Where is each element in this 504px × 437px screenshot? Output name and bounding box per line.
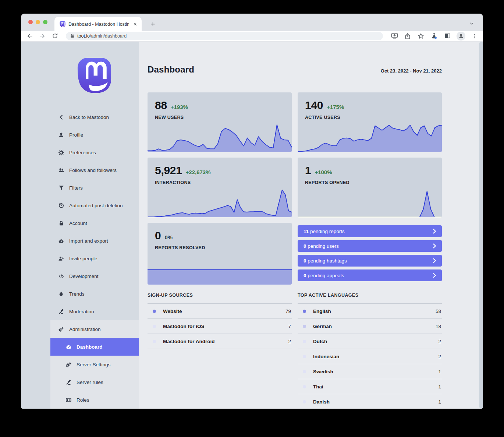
pending-appeals-button[interactable]: 0 pending appeals [298, 269, 442, 281]
pending-reports-button[interactable]: 11 pending reports [298, 225, 442, 237]
close-window-icon[interactable] [28, 20, 33, 24]
sidebar-item-administration[interactable]: Administration [50, 320, 139, 338]
sidebar-item-label: Server rules [77, 380, 103, 385]
sidebar-item-label: Filters [69, 185, 83, 191]
sidebar-item-roles[interactable]: Roles [50, 391, 139, 409]
row-label: Mastodon for Android [163, 339, 288, 344]
legend-dot-icon [153, 310, 156, 313]
sidebar-item-label: Import and export [69, 238, 108, 244]
extension-flask-icon[interactable] [430, 32, 438, 40]
reload-icon[interactable] [51, 32, 58, 40]
stat-value: 1 [305, 164, 311, 177]
dashboard-icon [65, 344, 72, 350]
sidebar-item-follows-and-followers[interactable]: Follows and followers [50, 161, 139, 179]
sidebar-item-development[interactable]: Development [50, 267, 139, 285]
sidebar-item-label: Profile [69, 132, 83, 138]
side-panel-icon[interactable] [443, 32, 451, 40]
signup-sources-table: SIGN-UP SOURCES Website79Mastodon for iO… [148, 293, 292, 409]
table-row: German18 [298, 319, 442, 334]
install-app-icon[interactable] [390, 32, 398, 40]
sidebar-item-invite-people[interactable]: Invite people [50, 250, 139, 267]
stat-card-interactions: 5,921 +22,673% INTERACTIONS [148, 158, 292, 217]
close-tab-icon[interactable] [132, 21, 138, 27]
table-row: Website79 [148, 304, 292, 319]
stat-label: REPORTS OPENED [305, 180, 434, 185]
sidebar-item-label: Back to Mastodon [69, 114, 109, 120]
sidebar-item-automated-post-deletion[interactable]: Automated post deletion [50, 197, 139, 214]
https-lock-icon[interactable] [70, 34, 74, 38]
new-tab-button[interactable] [148, 19, 158, 29]
sidebar-item-account[interactable]: Account [50, 214, 139, 232]
row-label: Indonesian [313, 354, 438, 359]
stat-value: 5,921 [155, 164, 182, 177]
tab-title: Dashboard - Mastodon Hosting [68, 22, 129, 27]
legend-dot-icon [303, 370, 306, 373]
sidebar-item-back-to-mastodon[interactable]: Back to Mastodon [50, 108, 139, 126]
sidebar-item-label: Invite people [69, 256, 97, 261]
sidebar-item-preferences[interactable]: Preferences [50, 144, 139, 161]
browser-toolbar: toot.io/admin/dashboard [21, 31, 483, 42]
table-row: Danish1 [298, 394, 442, 409]
sidebar-item-label: Roles [77, 397, 89, 403]
browser-menu-icon[interactable] [471, 32, 479, 40]
filter-icon [58, 185, 64, 191]
mastodon-logo [77, 57, 112, 94]
sidebar-item-server-rules[interactable]: Server rules [50, 373, 139, 391]
row-value: 1 [438, 384, 441, 390]
gear-icon [58, 150, 64, 155]
sidebar: Back to MastodonProfilePreferencesFollow… [21, 42, 139, 409]
page-scrollbar[interactable] [479, 42, 483, 409]
stat-value: 88 [155, 99, 167, 112]
browser-tab[interactable]: Dashboard - Mastodon Hosting [54, 17, 142, 31]
chevron-left-icon [58, 114, 64, 120]
sidebar-item-label: Dashboard [77, 344, 103, 350]
stat-delta: +22,673% [186, 169, 211, 175]
url-bar[interactable]: toot.io/admin/dashboard [66, 32, 383, 40]
forward-icon[interactable] [39, 32, 46, 40]
row-value: 18 [436, 324, 441, 329]
zoom-window-icon[interactable] [43, 20, 47, 24]
stat-label: REPORTS RESOLVED [155, 245, 284, 250]
share-icon[interactable] [404, 32, 412, 40]
sidebar-item-label: Follows and followers [69, 168, 117, 173]
mastodon-admin-app: Back to MastodonProfilePreferencesFollow… [21, 42, 483, 409]
pending-hashtags-button[interactable]: 0 pending hashtags [298, 255, 442, 267]
sidebar-item-server-settings[interactable]: Server Settings [50, 356, 139, 373]
row-label: Dutch [313, 339, 438, 344]
sidebar-item-import-and-export[interactable]: Import and export [50, 232, 139, 250]
stat-card-active-users: 140 +175% ACTIVE USERS [298, 92, 442, 152]
sidebar-item-label: Automated post deletion [69, 203, 123, 208]
pending-users-button[interactable]: 0 pending users [298, 240, 442, 252]
minimize-window-icon[interactable] [36, 20, 40, 24]
code-icon [58, 274, 64, 279]
row-value: 2 [288, 339, 291, 344]
stat-delta: +100% [315, 169, 332, 175]
row-label: Website [163, 309, 285, 314]
url-text: toot.io/admin/dashboard [77, 34, 127, 39]
sidebar-item-trends[interactable]: Trends [50, 285, 139, 303]
legend-dot-icon [303, 355, 306, 358]
row-value: 58 [436, 309, 441, 314]
table-row: Dutch2 [298, 334, 442, 349]
row-label: English [313, 309, 436, 314]
stat-label: NEW USERS [155, 115, 284, 120]
sidebar-item-profile[interactable]: Profile [50, 126, 139, 144]
sidebar-item-label: Moderation [69, 309, 94, 314]
tab-search-chevron-icon[interactable] [467, 19, 476, 28]
legend-dot-icon [153, 340, 156, 343]
row-value: 79 [285, 309, 291, 314]
back-icon[interactable] [26, 32, 33, 40]
lock-icon [58, 221, 64, 226]
stats-grid: 88 +193% NEW USERS 140 +175% ACTIVE USER… [148, 92, 442, 285]
bookmark-star-icon[interactable] [417, 32, 425, 40]
profile-avatar[interactable] [457, 32, 465, 40]
cloud-icon [58, 238, 64, 244]
sparkline-chart [148, 251, 292, 285]
legend-dot-icon [303, 340, 306, 343]
scrollbar-thumb[interactable] [479, 42, 483, 409]
sparkline-chart [298, 120, 442, 152]
sidebar-item-filters[interactable]: Filters [50, 179, 139, 197]
sidebar-item-moderation[interactable]: Moderation [50, 303, 139, 320]
row-value: 1 [438, 399, 441, 405]
sidebar-item-dashboard[interactable]: Dashboard [50, 338, 139, 356]
